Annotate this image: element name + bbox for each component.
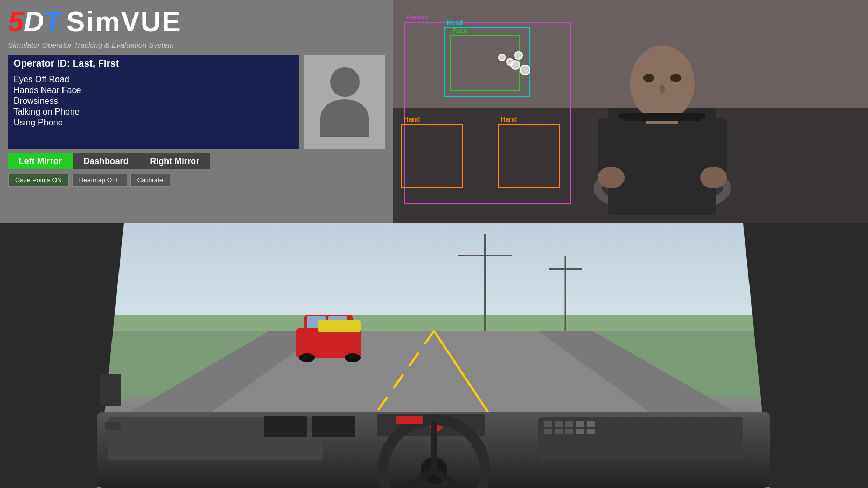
gaze-dot-5: [520, 65, 530, 75]
svg-rect-53: [565, 421, 573, 427]
svg-rect-51: [544, 421, 552, 427]
metric-talking-phone: Talking on Phone: [13, 107, 293, 117]
label-hand-right: Hand: [499, 115, 519, 124]
avatar-body: [320, 99, 369, 137]
metric-drowsiness: Drowsiness: [13, 96, 293, 107]
metric-using-phone: Using Phone: [13, 117, 293, 128]
simulator-scene: [0, 223, 868, 488]
logo-5: 5: [8, 6, 24, 37]
logo-d: D: [24, 6, 44, 37]
svg-rect-54: [544, 429, 552, 434]
svg-point-31: [345, 353, 361, 362]
calibrate-button[interactable]: Calibrate: [130, 174, 170, 187]
simulator-view: [0, 223, 868, 488]
left-panel: 5DT SimVUE Simulator Operator Tracking &…: [0, 0, 393, 223]
svg-rect-59: [576, 429, 584, 434]
controls-row: Gaze Points ON Heatmap OFF Calibrate: [8, 174, 385, 187]
gaze-dot-4: [510, 60, 520, 70]
heatmap-button[interactable]: Heatmap OFF: [72, 174, 127, 187]
logo-5dt: 5DT: [8, 5, 61, 38]
svg-rect-66: [264, 416, 307, 437]
label-hand-left: Hand: [402, 115, 422, 124]
operator-id: Operator ID: Last, First: [13, 58, 293, 72]
logo-area: 5DT SimVUE: [8, 5, 385, 38]
camera-panel: Person Head Face Hand Hand: [393, 0, 868, 223]
svg-rect-70: [396, 416, 423, 424]
detection-overlay: Person Head Face Hand Hand: [393, 0, 868, 223]
box-hand-left: Hand: [401, 124, 463, 188]
tab-right-mirror[interactable]: Right Mirror: [139, 153, 211, 169]
gaze-dot-1: [498, 54, 506, 61]
logo-simvue: SimVUE: [66, 5, 181, 38]
metric-hands-near-face: Hands Near Face: [13, 85, 293, 96]
label-person: Person: [405, 13, 430, 22]
tab-left-mirror[interactable]: Left Mirror: [8, 153, 73, 169]
app-subtitle: Simulator Operator Tracking & Evaluation…: [8, 41, 385, 49]
svg-rect-26: [296, 328, 361, 358]
svg-rect-52: [555, 421, 563, 427]
mirror-tabs: Left Mirror Dashboard Right Mirror: [8, 153, 385, 169]
svg-rect-69: [105, 422, 121, 430]
info-avatar-row: Operator ID: Last, First Eyes Off Road H…: [8, 55, 385, 149]
svg-rect-60: [587, 429, 595, 434]
box-person: Person: [404, 22, 571, 204]
info-panel: Operator ID: Last, First Eyes Off Road H…: [8, 55, 299, 149]
avatar-box: [304, 55, 385, 149]
svg-rect-56: [565, 429, 573, 434]
tab-dashboard[interactable]: Dashboard: [73, 153, 139, 169]
svg-rect-32: [318, 320, 361, 332]
box-hand-right: Hand: [498, 124, 560, 188]
gaze-dot-3: [514, 51, 523, 60]
svg-rect-55: [555, 429, 563, 434]
svg-rect-68: [100, 374, 121, 406]
avatar-silhouette: [320, 67, 369, 137]
svg-rect-57: [576, 421, 584, 427]
gaze-points-button[interactable]: Gaze Points ON: [8, 174, 69, 187]
logo-t: T: [44, 6, 61, 37]
svg-point-30: [299, 353, 315, 362]
metric-eyes-off-road: Eyes Off Road: [13, 74, 293, 85]
label-face: Face: [451, 26, 468, 35]
svg-rect-58: [587, 421, 595, 427]
svg-rect-67: [312, 416, 355, 437]
top-section: 5DT SimVUE Simulator Operator Tracking &…: [0, 0, 868, 223]
label-head: Head: [445, 18, 464, 27]
avatar-head: [330, 67, 360, 97]
